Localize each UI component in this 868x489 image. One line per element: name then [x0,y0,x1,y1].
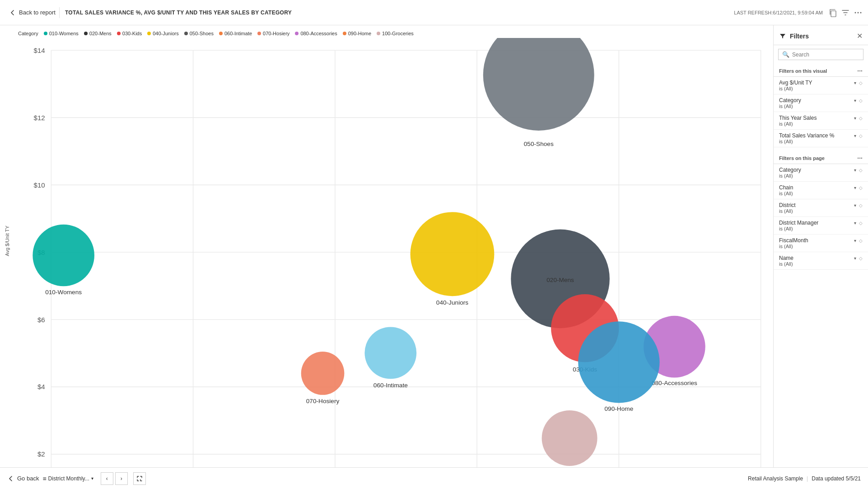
go-back-button[interactable]: Go back [7,475,39,482]
filter-chevron-icon[interactable]: ▾ [854,168,856,173]
filter-value: is (All) [779,208,863,214]
visual-filter-item[interactable]: Category ▾ ◇ is (All) [774,94,868,112]
header-icons [828,8,863,17]
page-filter-item[interactable]: Name ▾ ◇ is (All) [774,252,868,270]
visual-filter-item[interactable]: Total Sales Variance % ▾ ◇ is (All) [774,130,868,147]
page-filter-item[interactable]: Chain ▾ ◇ is (All) [774,182,868,199]
close-filters-button[interactable]: ✕ [857,32,863,40]
filter-chevron-icon[interactable]: ▾ [854,185,856,190]
page-filter-item[interactable]: District Manager ▾ ◇ is (All) [774,217,868,235]
filter-chevron-icon[interactable]: ▾ [854,221,856,226]
expand-button[interactable] [133,472,146,485]
filters-search-input[interactable] [792,52,859,58]
page-filter-item[interactable]: Category ▾ ◇ is (All) [774,164,868,182]
svg-text:020-Mens: 020-Mens [546,277,574,283]
report-name: Retail Analysis Sample [748,475,803,482]
bubble-100-groceries[interactable] [542,410,597,466]
bottom-divider: | [807,475,808,482]
tab-chevron-icon: ▾ [91,476,93,481]
visual-filter-item[interactable]: This Year Sales ▾ ◇ is (All) [774,112,868,130]
tab-district-monthly[interactable]: ≡ District Monthly... ▾ [42,475,93,482]
filter-clear-icon[interactable]: ◇ [859,256,863,261]
filter-name: Category [779,167,801,173]
chart-legend: Category 010-Womens 020-Mens 030-Kids 04… [0,29,773,38]
filter-clear-icon[interactable]: ◇ [859,116,863,121]
page-filter-item[interactable]: FiscalMonth ▾ ◇ is (All) [774,235,868,252]
legend-item-groceries: 100-Groceries [377,31,414,36]
filters-visual-more-icon[interactable]: ··· [857,67,863,75]
svg-point-2 [858,12,859,13]
filter-value: is (All) [779,173,863,179]
nav-prev-button[interactable]: ‹ [101,472,113,485]
filter-chevron-icon[interactable]: ▾ [854,116,856,121]
bubble-090-home[interactable] [578,321,659,403]
legend-category-label: Category [18,31,38,36]
filter-chevron-icon[interactable]: ▾ [854,133,856,138]
svg-text:040-Juniors: 040-Juniors [436,299,469,306]
legend-item-mens: 020-Mens [84,31,112,36]
filter-value: is (All) [779,139,863,144]
filter-icons: ▾ ◇ [854,203,863,208]
bottom-right: Retail Analysis Sample | Data updated 5/… [748,475,861,482]
legend-item-kids: 030-Kids [117,31,142,36]
copy-icon[interactable] [828,8,837,17]
bubble-060-intimate[interactable] [364,327,416,379]
bubble-050-shoes[interactable] [483,38,594,131]
bubble-010-womens[interactable] [33,225,94,287]
legend-label-juniors: 040-Juniors [153,31,178,36]
chart-area: Category 010-Womens 020-Mens 030-Kids 04… [0,25,773,467]
page-filter-item[interactable]: District ▾ ◇ is (All) [774,199,868,217]
filters-page-more-icon[interactable]: ··· [857,155,863,162]
legend-dot-accessories [295,32,299,35]
nav-next-button[interactable]: › [115,472,128,485]
filter-icons: ▾ ◇ [854,185,863,190]
filter-chevron-icon[interactable]: ▾ [854,256,856,261]
filter-clear-icon[interactable]: ◇ [859,168,863,173]
bottom-left: Go back ≡ District Monthly... ▾ ‹ › [7,472,146,485]
legend-dot-kids [117,32,121,35]
header: Back to report TOTAL SALES VARIANCE %, A… [0,0,868,25]
bubble-070-hosiery[interactable] [301,352,345,395]
filter-icons: ▾ ◇ [854,238,863,243]
filter-chevron-icon[interactable]: ▾ [854,80,856,85]
svg-text:$12: $12 [34,114,45,122]
more-options-icon[interactable] [854,8,863,17]
filter-clear-icon[interactable]: ◇ [859,133,863,138]
filters-on-visual-label: Filters on this visual [779,68,827,74]
legend-label-shoes: 050-Shoes [190,31,214,36]
filter-clear-icon[interactable]: ◇ [859,98,863,103]
legend-dot-womens [44,32,47,35]
filter-chevron-icon[interactable]: ▾ [854,203,856,208]
filter-name: FiscalMonth [779,237,808,244]
filter-icons: ▾ ◇ [854,168,863,173]
visual-filter-item[interactable]: Avg $/Unit TY ▾ ◇ is (All) [774,77,868,94]
filters-search-box[interactable]: 🔍 [778,49,863,60]
tab-icon: ≡ [42,475,46,482]
filter-value: is (All) [779,191,863,196]
filter-clear-icon[interactable]: ◇ [859,221,863,226]
bottom-bar: Go back ≡ District Monthly... ▾ ‹ › Reta… [0,467,868,489]
filter-icons: ▾ ◇ [854,98,863,103]
svg-text:$2: $2 [37,450,45,458]
bubble-chart-container: Avg $/Unit TY [0,38,773,462]
filter-clear-icon[interactable]: ◇ [859,80,863,85]
filter-clear-icon[interactable]: ◇ [859,203,863,208]
legend-dot-home [343,32,346,35]
legend-dot-hosiery [257,32,261,35]
bubble-040-juniors[interactable] [411,212,495,296]
visual-filters-list: Avg $/Unit TY ▾ ◇ is (All) Category ▾ ◇ … [774,77,868,147]
filter-chevron-icon[interactable]: ▾ [854,98,856,103]
legend-dot-mens [84,32,88,35]
main-layout: Category 010-Womens 020-Mens 030-Kids 04… [0,25,868,467]
legend-item-accessories: 080-Accessories [295,31,337,36]
filter-clear-icon[interactable]: ◇ [859,238,863,243]
back-to-report-label: Back to report [19,9,56,16]
filter-chevron-icon[interactable]: ▾ [854,238,856,243]
filter-icon[interactable] [841,8,850,17]
filter-clear-icon[interactable]: ◇ [859,185,863,190]
back-to-report-button[interactable]: Back to report [5,7,60,18]
tab-name-label: District Monthly... [48,475,89,482]
filters-on-page-label: Filters on this page [779,155,825,161]
filters-funnel-icon [779,33,786,40]
legend-dot-juniors [147,32,151,35]
